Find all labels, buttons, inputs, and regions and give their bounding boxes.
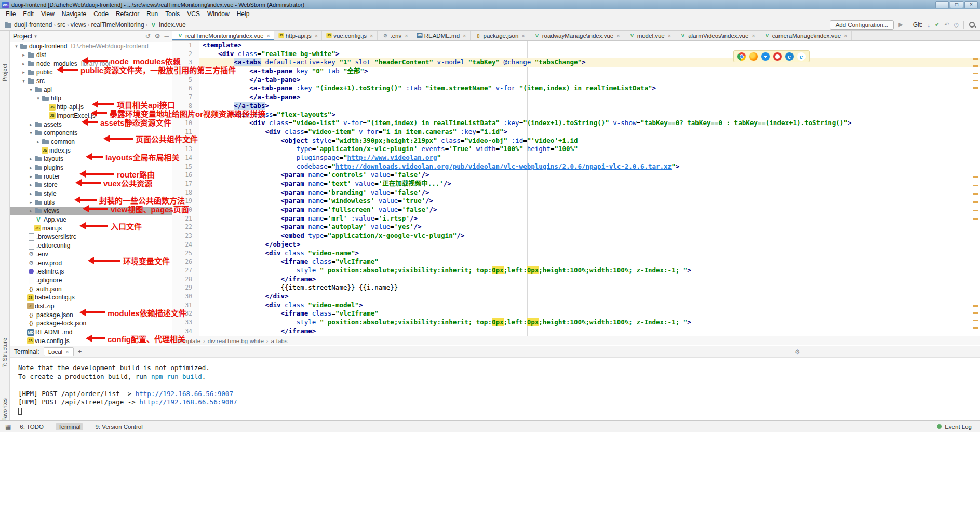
code-line[interactable]: <a-tab-pane key="0" tab="全部"> — [199, 67, 980, 76]
chevron-right-icon[interactable]: ▸ — [28, 208, 34, 213]
chevron-down-icon[interactable]: ▾ — [34, 34, 37, 39]
maximize-button[interactable]: □ — [950, 1, 963, 8]
tree-item-http-api.js[interactable]: JShttp-api.js — [10, 103, 172, 112]
close-icon[interactable]: × — [65, 349, 69, 355]
chevron-right-icon[interactable]: ▸ — [28, 165, 34, 170]
chrome-browser-icon[interactable] — [737, 52, 746, 61]
editor-tab[interactable]: VcameraManage\index.vue× — [759, 31, 852, 40]
editor-tab[interactable]: ValarmVideos\index.vue× — [675, 31, 759, 40]
breadcrumb-item[interactable]: src — [57, 21, 65, 29]
statusbar-6-todo[interactable]: 6: TODO — [17, 423, 46, 430]
tool-button-project[interactable]: Project — [2, 64, 8, 81]
new-terminal-icon[interactable]: + — [78, 348, 82, 356]
close-icon[interactable]: × — [266, 33, 270, 39]
chevron-down-icon[interactable]: ▾ — [35, 96, 42, 101]
opera-browser-icon[interactable] — [773, 52, 782, 61]
code-line[interactable]: style=" position:absolute;visibility:inh… — [199, 318, 980, 327]
code-line[interactable]: <param name='branding' value='false'/> — [199, 188, 980, 197]
code-line[interactable]: type='application/x-vlc-plugin' events='… — [199, 145, 980, 154]
code-line[interactable]: <div class="video-list" v-for="(item,ind… — [199, 119, 980, 128]
menu-item-code[interactable]: Code — [90, 9, 112, 19]
terminal-tab-local[interactable]: Local × — [44, 347, 74, 356]
tree-item-layouts[interactable]: ▸layouts — [10, 155, 172, 163]
chevron-right-icon[interactable]: ▸ — [28, 174, 34, 179]
code-line[interactable]: <iframe class="vlcIframe" — [199, 309, 980, 318]
chevron-right-icon[interactable]: ▸ — [28, 156, 34, 161]
code-line[interactable]: <div class="video-model"> — [199, 301, 980, 310]
chevron-right-icon[interactable]: ▸ — [20, 70, 27, 75]
chevron-down-icon[interactable]: ▾ — [20, 78, 27, 84]
edge-browser-icon[interactable] — [785, 52, 794, 61]
menu-item-tools[interactable]: Tools — [162, 9, 183, 19]
code-line[interactable]: <object style="width:390px;height:219px"… — [199, 137, 980, 145]
terminal-output[interactable]: Note that the development build is not o… — [10, 358, 980, 415]
code-line[interactable]: <div class="video-item" v-for="i in item… — [199, 128, 980, 137]
editor-tab[interactable]: JSvue.config.js× — [322, 31, 377, 40]
menu-item-run[interactable]: Run — [143, 9, 162, 19]
code-line[interactable]: <embed type="application/x-google-vlc-pl… — [199, 231, 980, 240]
breadcrumb-item[interactable]: realTimeMonitoring — [91, 21, 144, 29]
editor-tab[interactable]: JShttp-api.js× — [274, 31, 322, 40]
code-line[interactable]: <div class="realTime bg-white"> — [199, 50, 980, 59]
code-line[interactable]: <div class="flex-layouts"> — [199, 111, 980, 119]
tree-item-style[interactable]: ▸style — [10, 189, 172, 198]
close-icon[interactable]: × — [370, 33, 373, 39]
menu-item-refactor[interactable]: Refactor — [112, 9, 143, 19]
tree-item-assets[interactable]: ▸assets — [10, 120, 172, 129]
menu-item-file[interactable]: File — [2, 9, 19, 19]
menu-item-navigate[interactable]: Navigate — [58, 9, 90, 19]
tree-item-.editorconfig[interactable]: .editorconfig — [10, 241, 172, 250]
code-line[interactable]: codebase="http://downloads.videolan.org/… — [199, 162, 980, 171]
code-area[interactable]: <template> <div class="realTime bg-white… — [199, 41, 980, 336]
tree-item-components[interactable]: ▾components — [10, 129, 172, 138]
tree-item-importExcel.js[interactable]: JSimportExcel.js — [10, 112, 172, 120]
code-line[interactable]: {{item.streetName}} {{i.name}} — [199, 283, 980, 292]
gear-icon[interactable]: ⚙ — [155, 33, 160, 40]
tree-item-package-lock.json[interactable]: {}package-lock.json — [10, 319, 172, 328]
code-line[interactable]: <param name='mrl' :value='i.rtsp'/> — [199, 214, 980, 223]
editor-tab[interactable]: Vmodel.vue× — [624, 31, 676, 40]
code-line[interactable]: <iframe class="vlcIframe" — [199, 257, 980, 266]
tree-item-plugins[interactable]: ▸plugins — [10, 163, 172, 172]
chevron-down-icon[interactable]: ▾ — [13, 44, 20, 49]
tree-item-.env[interactable]: ⚙.env — [10, 250, 172, 259]
tree-item-common[interactable]: ▸common — [10, 138, 172, 146]
tree-item-.gitignore[interactable]: .gitignore — [10, 276, 172, 285]
chevron-right-icon[interactable]: ▸ — [28, 182, 34, 187]
code-line[interactable]: </a-tab-pane> — [199, 93, 980, 102]
git-update-icon[interactable]: ↓ — [927, 22, 930, 28]
code-line[interactable]: <param name='controls' value='false'/> — [199, 171, 980, 180]
tree-item-public[interactable]: ▸public — [10, 68, 172, 77]
code-line[interactable]: </div> — [199, 292, 980, 301]
editor-tab[interactable]: {}package.json× — [471, 31, 529, 40]
tree-item-src[interactable]: ▾src — [10, 77, 172, 86]
event-log-button[interactable]: Event Log — [945, 424, 972, 430]
tree-item-.eslintrc.js[interactable]: .eslintrc.js — [10, 267, 172, 276]
breadcrumb-item[interactable]: Vindex.vue — [149, 21, 185, 29]
statusbar-terminal[interactable]: Terminal — [56, 423, 83, 430]
code-line[interactable]: </object> — [199, 240, 980, 249]
run-icon[interactable]: ▶ — [898, 21, 903, 28]
code-line[interactable]: </iframe> — [199, 275, 980, 284]
tree-item-auth.json[interactable]: {}auth.json — [10, 284, 172, 293]
chevron-right-icon[interactable]: ▸ — [35, 139, 42, 144]
editor-tab[interactable]: VroadwayManage\index.vue× — [529, 31, 624, 40]
tree-item-store[interactable]: ▸store — [10, 181, 172, 189]
menu-item-view[interactable]: View — [37, 9, 58, 19]
code-line[interactable]: <div class="video-name"> — [199, 249, 980, 258]
tree-item-README.md[interactable]: MDREADME.md — [10, 328, 172, 337]
tree-item-.browserslistrc[interactable]: .browserslistrc — [10, 233, 172, 241]
tree-item-views[interactable]: ▸views — [10, 207, 172, 215]
chevron-right-icon[interactable]: ▸ — [20, 52, 27, 58]
code-line[interactable]: <a-tab-pane :key="(index+1).toString()" … — [199, 84, 980, 93]
close-icon[interactable]: × — [315, 33, 318, 39]
code-line[interactable]: </a-tab-pane> — [199, 76, 980, 85]
chevron-right-icon[interactable]: ▸ — [28, 122, 34, 127]
editor-breadcrumb-item[interactable]: template — [178, 338, 200, 344]
menu-item-help[interactable]: Help — [233, 9, 253, 19]
editor-tab[interactable]: ⚙.env× — [378, 31, 412, 40]
editor-tab[interactable]: MDREADME.md× — [412, 31, 471, 40]
tree-item-utils[interactable]: ▸utils — [10, 198, 172, 207]
chevron-right-icon[interactable]: ▸ — [20, 61, 27, 66]
hide-panel-icon[interactable]: ─ — [805, 348, 810, 356]
